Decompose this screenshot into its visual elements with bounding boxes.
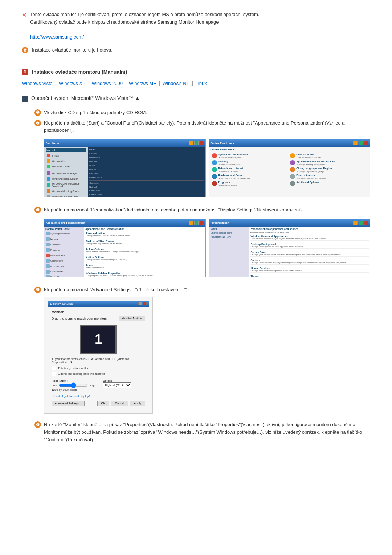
- titlebar4: Personalization: [209, 219, 370, 227]
- step4-badge: ❹: [34, 287, 41, 293]
- ok-button[interactable]: OK: [97, 401, 110, 406]
- win-max3[interactable]: [194, 221, 199, 225]
- nav-windows-vista[interactable]: Windows Vista: [22, 81, 56, 86]
- main-monitor-label: This is my main monitor: [58, 366, 88, 370]
- win-min3[interactable]: [189, 221, 193, 225]
- win-max4[interactable]: [359, 221, 363, 225]
- step2-badge: ❷: [34, 120, 41, 126]
- step1-text: Vložte disk CD s příručkou do jednotky C…: [44, 109, 147, 116]
- step-1: ❶ Vložte disk CD s příručkou do jednotky…: [34, 109, 370, 116]
- step-4: ❹ Klepněte na možnost "Advanced Settings…: [34, 286, 370, 418]
- screenshot-step3: Appearance and Personalization Control P…: [44, 219, 370, 277]
- step5-text: Na kartě "Monitor" klepněte na příkaz "P…: [44, 421, 370, 443]
- win-close1[interactable]: [200, 141, 204, 145]
- extend-desktop-label: Extend the desktop onto this monitor: [58, 372, 105, 376]
- section-d-icon: D: [22, 69, 28, 75]
- nav-windows-me[interactable]: Windows ME: [126, 81, 160, 86]
- divider1: [22, 61, 370, 61]
- titlebar1: Start Menu: [44, 139, 205, 147]
- step-5: ❺ Na kartě "Monitor" klepněte na příkaz …: [34, 421, 370, 443]
- nav-windows-2000[interactable]: Windows 2000: [89, 81, 126, 86]
- os-section: Operační systém Microsoft® Windows Vista…: [22, 95, 370, 102]
- nav-linux[interactable]: Linux: [193, 81, 210, 86]
- resolution-low: Low: [52, 384, 57, 387]
- dialog-title: Display Settings: [50, 302, 74, 305]
- nav-windows-nt[interactable]: Windows NT: [160, 81, 193, 86]
- titlebar3: Appearance and Personalization: [44, 219, 205, 227]
- screenshot-personalization-left: Appearance and Personalization Control P…: [44, 219, 206, 277]
- titlebar2: Control Panel Home: [209, 139, 370, 147]
- warning-text: Tento ovladač monitoru je certifikován, …: [30, 11, 260, 41]
- colors-label: Colors: [103, 379, 131, 382]
- step1-badge: ❶: [34, 109, 41, 116]
- step5-badge: ❺: [34, 421, 41, 428]
- samsung-link[interactable]: http://www.samsung.com/: [30, 34, 84, 40]
- main-monitor-checkbox[interactable]: [52, 366, 56, 370]
- dialog-minimize[interactable]: [138, 302, 142, 305]
- display-settings-dialog: Display Settings Monitor Drag the icons …: [44, 297, 153, 414]
- dialog-content: Monitor Drag the icons to match your mon…: [48, 307, 149, 410]
- win-minimize2[interactable]: [353, 141, 358, 145]
- screenshot-step2: Start Menu Internet E-mail Windows Net W…: [44, 139, 370, 197]
- step-badge-5: ❺: [22, 47, 28, 53]
- monitor-section-label: Monitor: [52, 310, 145, 314]
- win-min4[interactable]: [353, 221, 358, 225]
- drag-text: Drag the icons to match your monitors.: [52, 317, 108, 320]
- screenshot-control-panel: Control Panel Home Control Panel Home: [209, 139, 371, 197]
- colors-select[interactable]: Highest (32 bit): [103, 382, 131, 388]
- monitor-dropdown[interactable]: 1. (Multiple Monitors) on NVIDIA Geforce…: [52, 357, 145, 364]
- win-close4[interactable]: [364, 221, 368, 225]
- install-done-section: ❺ Instalace ovladače monitoru je hotova.: [22, 46, 370, 54]
- install-done-text: Instalace ovladače monitoru je hotova.: [32, 46, 113, 54]
- step-2: ❷ Klepněte na tlačítko (Start) a "Contro…: [34, 119, 370, 203]
- section-title: Instalace ovladače monitoru (Manuální): [32, 69, 127, 75]
- resolution-value: 1280 by 1024 pixels: [52, 388, 95, 392]
- cancel-button[interactable]: Cancel: [111, 401, 128, 406]
- warning-section: ✕ Tento ovladač monitoru je certifikován…: [22, 11, 370, 41]
- best-display-link[interactable]: How do I get the best display?: [52, 394, 90, 398]
- steps-container: ❶ Vložte disk CD s příručkou do jednotky…: [34, 109, 370, 444]
- apply-button[interactable]: Apply: [130, 401, 145, 406]
- advanced-settings-button[interactable]: Advanced Settings...: [52, 401, 85, 406]
- win-maximize1[interactable]: [194, 141, 199, 145]
- extend-desktop-checkbox[interactable]: [52, 372, 56, 376]
- win-minimize1[interactable]: [189, 141, 193, 145]
- manual-install-header: D Instalace ovladače monitoru (Manuální): [22, 69, 370, 75]
- os-navigation: Windows Vista Windows XP Windows 2000 Wi…: [22, 81, 370, 86]
- resolution-high: High: [90, 384, 95, 387]
- step3-text: Klepněte na možnost "Personalization"(In…: [44, 207, 303, 212]
- monitor-number-display: 1: [80, 325, 117, 354]
- warning-icon: ✕: [22, 12, 26, 19]
- warning-text2: Certifikovaný ovladač bude k dispozici n…: [30, 19, 219, 25]
- screenshot-personalization-right: Personalization Tasks Change desktop ico…: [209, 219, 371, 277]
- dialog-titlebar: Display Settings: [48, 301, 149, 307]
- dialog-close[interactable]: [143, 302, 147, 305]
- nav-windows-xp[interactable]: Windows XP: [56, 81, 89, 86]
- resolution-slider[interactable]: [59, 382, 88, 388]
- step2-text: Klepněte na tlačítko (Start) a "Control …: [44, 120, 345, 133]
- os-icon: [22, 96, 28, 102]
- identify-monitors-button[interactable]: Identify Monitors: [119, 316, 145, 321]
- win-close2[interactable]: [364, 141, 368, 145]
- warning-text1: Tento ovladač monitoru je certifikován, …: [30, 12, 260, 17]
- win-maximize2[interactable]: [359, 141, 363, 145]
- os-title: Operační systém Microsoft® Windows Vista…: [31, 95, 140, 101]
- step3-badge: ❸: [34, 207, 41, 213]
- screenshot-start-menu: Start Menu Internet E-mail Windows Net W…: [44, 139, 206, 197]
- resolution-label: Resolution:: [52, 379, 95, 382]
- step-3: ❸ Klepněte na možnost "Personalization"(…: [34, 206, 370, 283]
- win-close3[interactable]: [200, 221, 204, 225]
- step4-text: Klepněte na možnost "Advanced Settings…"…: [44, 287, 189, 292]
